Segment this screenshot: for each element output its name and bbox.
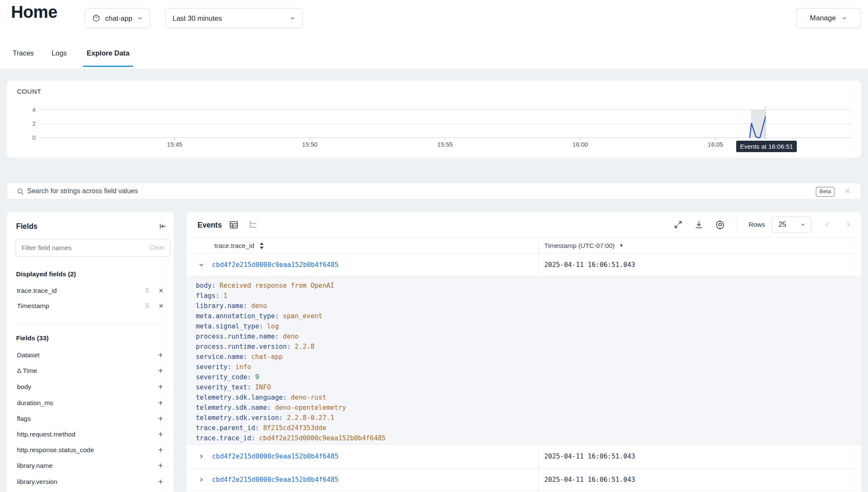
expand-icon[interactable] [673, 220, 683, 229]
detail-value: log [267, 322, 279, 330]
rows-per-page-select[interactable]: 25 [771, 217, 811, 233]
tab-traces[interactable]: Traces [11, 47, 36, 67]
next-page-icon[interactable] [843, 220, 853, 229]
trace-id-link[interactable]: cbd4f2e215d0000c9eaa152b0b4f6485 [212, 476, 339, 484]
drag-handle-icon[interactable]: ⠿ [145, 303, 149, 309]
search-icon [17, 188, 24, 195]
clear-filter-button[interactable]: Clear [149, 244, 164, 251]
chevron-down-icon[interactable] [198, 261, 205, 268]
x-tick: 15:50 [302, 141, 317, 148]
field-label: http.response.status_code [17, 446, 94, 454]
field-row[interactable]: Δ Time + [7, 363, 174, 378]
detail-key: library.name [196, 302, 251, 310]
detail-key: flags [196, 292, 223, 300]
field-row[interactable]: http.response.status_code + [7, 442, 174, 458]
chevron-down-icon [841, 15, 847, 21]
field-label: trace.trace_id [17, 287, 57, 295]
all-fields-header: Fields (33) [16, 334, 49, 342]
event-detail: bodyReceived response from OpenAI flags1… [186, 276, 861, 444]
field-row[interactable]: http.request.method + [7, 427, 174, 442]
detail-key: meta.signal_type [196, 322, 267, 330]
detail-value: chat-app [251, 353, 283, 361]
gear-icon[interactable] [715, 220, 725, 230]
tab-explore-data[interactable]: Explore Data [83, 47, 134, 67]
detail-value: 1 [223, 292, 227, 300]
timestamp-value: 2025-04-11 16:06:51.043 [544, 261, 635, 269]
table-view-icon[interactable] [229, 220, 239, 230]
add-field-icon[interactable]: + [158, 414, 163, 424]
table-row[interactable]: cbd4f2e215d0000c9eaa152b0b4f6485 2025-04… [186, 254, 861, 276]
x-tick: 16:00 [573, 141, 588, 148]
column-header-timestamp[interactable]: Timestamp (UTC-07:00) [544, 242, 615, 250]
column-header-trace-id[interactable]: trace.trace_id [214, 242, 254, 250]
detail-key: trace.parent_id [196, 424, 263, 432]
previous-page-icon[interactable] [823, 220, 832, 229]
column-menu-icon[interactable]: ▼ [619, 243, 624, 248]
table-row[interactable]: cbd4f2e215d0000c9eaa152b0b4f6485 2025-04… [186, 469, 861, 491]
x-tick: 15:45 [167, 141, 182, 148]
search-input[interactable] [27, 183, 815, 199]
chevron-right-icon[interactable] [198, 476, 205, 483]
detail-value: Received response from OpenAI [220, 282, 334, 289]
manage-button[interactable]: Manage [796, 8, 861, 28]
field-row[interactable]: flags + [7, 411, 174, 426]
remove-field-icon[interactable]: ✕ [159, 287, 164, 294]
trace-id-link[interactable]: cbd4f2e215d0000c9eaa152b0b4f6485 [212, 261, 339, 269]
close-icon[interactable]: ✕ [844, 186, 851, 196]
detail-key: process.runtime.version [196, 343, 295, 350]
top-bar: Home chat-app Last 30 minutes Manage Tra… [0, 0, 868, 69]
field-label: flags [17, 415, 31, 423]
detail-value: deno [283, 333, 298, 340]
field-label: body [17, 383, 31, 391]
field-row[interactable]: library.name + [7, 458, 174, 473]
collapse-panel-icon[interactable] [159, 222, 167, 231]
field-row[interactable]: Dataset + [7, 347, 174, 363]
remove-field-icon[interactable]: ✕ [159, 303, 164, 309]
chevron-right-icon[interactable] [198, 453, 205, 460]
add-field-icon[interactable]: + [158, 430, 163, 439]
download-icon[interactable] [694, 220, 704, 229]
divider [16, 324, 164, 325]
field-label: library.name [17, 462, 53, 470]
events-panel-title: Events [198, 221, 222, 230]
sort-icon[interactable] [259, 242, 264, 249]
list-view-icon[interactable] [248, 220, 258, 230]
detail-key: severity_code [196, 373, 255, 381]
field-label: Timestamp [17, 302, 49, 310]
field-label: Δ Time [17, 367, 37, 375]
project-selector[interactable]: chat-app [85, 8, 150, 28]
field-label: Dataset [17, 351, 39, 359]
field-row[interactable]: body + [7, 379, 174, 395]
chevron-down-icon [137, 15, 143, 21]
table-row[interactable]: cbd4f2e215d0000c9eaa152b0b4f6485 2025-04… [186, 444, 861, 469]
displayed-field-row[interactable]: trace.trace_id ⠿ ✕ [7, 283, 174, 298]
tab-logs[interactable]: Logs [50, 47, 69, 67]
global-search-bar: Beta ✕ [7, 183, 861, 200]
field-row[interactable]: library.version + [7, 474, 174, 489]
detail-value: 2.2.8 [295, 343, 314, 350]
detail-value: 9 [255, 373, 259, 381]
chart-tooltip: Events at 16:06:51 [736, 141, 797, 152]
add-field-icon[interactable]: + [158, 461, 163, 471]
add-field-icon[interactable]: + [158, 366, 163, 376]
chevron-down-icon [800, 222, 806, 228]
add-field-icon[interactable]: + [158, 382, 163, 392]
add-field-icon[interactable]: + [158, 445, 163, 455]
add-field-icon[interactable]: + [158, 398, 163, 408]
time-range-selector[interactable]: Last 30 minutes [165, 8, 303, 28]
x-tick: 15:55 [437, 141, 453, 148]
detail-key: severity_text [196, 384, 255, 391]
field-row[interactable]: duration_ms + [7, 395, 174, 411]
field-filter-input[interactable] [22, 240, 140, 256]
count-line-chart[interactable] [7, 81, 861, 158]
events-table: trace.trace_id Timestamp (UTC-07:00) ▼ c… [186, 237, 861, 492]
table-header-row: trace.trace_id Timestamp (UTC-07:00) ▼ [186, 237, 861, 254]
add-field-icon[interactable]: + [158, 350, 163, 360]
drag-handle-icon[interactable]: ⠿ [145, 287, 149, 294]
detail-value: 8f215cd24f353dde [263, 424, 326, 432]
field-label: http.request.method [17, 431, 75, 438]
trace-id-link[interactable]: cbd4f2e215d0000c9eaa152b0b4f6485 [212, 453, 339, 460]
add-field-icon[interactable]: + [158, 477, 163, 487]
detail-value: deno-opentelemetry [275, 404, 346, 411]
displayed-field-row[interactable]: Timestamp ⠿ ✕ [7, 298, 174, 314]
